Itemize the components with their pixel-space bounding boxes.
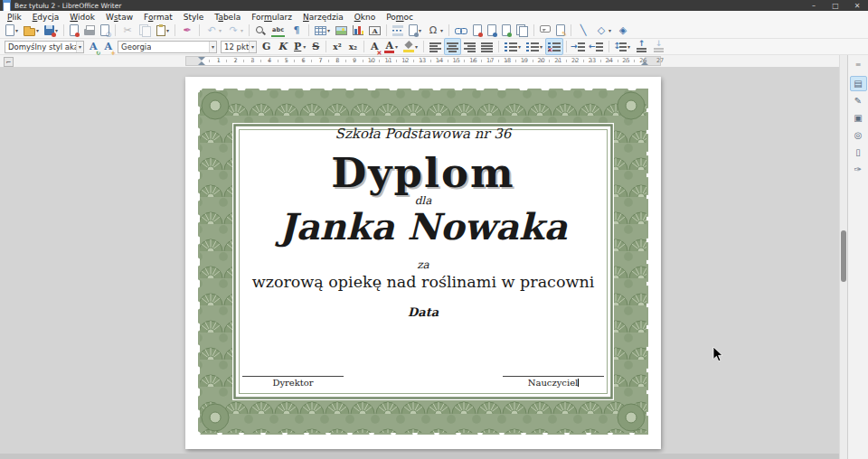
font-color-button[interactable]: A▾	[382, 38, 401, 55]
chevron-down-icon[interactable]: ▾	[627, 44, 630, 50]
italic-button[interactable]: K	[275, 38, 291, 55]
first-line-indent-marker[interactable]	[198, 57, 205, 61]
sidebar-settings-button[interactable]: ≡	[850, 57, 867, 72]
formatting-marks-button[interactable]: ¶	[288, 22, 306, 39]
strikethrough-button[interactable]: S	[308, 38, 323, 55]
chevron-down-icon[interactable]: ▾	[303, 44, 306, 50]
clone-formatting-button[interactable]: ✒	[178, 22, 196, 39]
highlight-color-button[interactable]: ▾	[401, 38, 420, 55]
menu-tabela[interactable]: Tabela	[209, 13, 246, 22]
chevron-down-icon[interactable]: ▾	[415, 44, 418, 50]
vertical-scrollbar[interactable]	[839, 55, 847, 459]
menu-style[interactable]: Style	[178, 13, 210, 22]
chevron-down-icon[interactable]: ▾	[518, 44, 521, 50]
sidebar-page-button[interactable]: ▯	[850, 145, 867, 160]
justify-button[interactable]	[478, 38, 495, 55]
no-list-button[interactable]	[545, 38, 563, 55]
decrease-indent-button[interactable]	[588, 38, 606, 55]
paste-button[interactable]: ▾	[154, 22, 172, 39]
chevron-down-icon[interactable]: ▾	[249, 42, 256, 52]
sidebar-properties-button[interactable]: ▤	[850, 76, 867, 91]
chevron-down-icon[interactable]: ▾	[166, 28, 169, 33]
align-left-button[interactable]	[427, 38, 444, 55]
insert-footnote-button[interactable]	[470, 22, 485, 39]
insert-field-button[interactable]: ▾	[406, 22, 424, 39]
bullet-list-button[interactable]: ▾	[502, 38, 524, 55]
minimize-button[interactable]: –	[803, 0, 825, 11]
maximize-button[interactable]: □	[825, 0, 846, 11]
line-spacing-button[interactable]: ▾	[612, 38, 633, 55]
font-size-combobox[interactable]: 12 pkt▾	[221, 41, 257, 53]
subscript-button[interactable]: x₂	[345, 38, 361, 55]
underline-button[interactable]: P▾	[290, 38, 308, 55]
insert-hyperlink-button[interactable]	[452, 22, 470, 39]
menu-okno[interactable]: Okno	[349, 13, 382, 22]
increase-indent-button[interactable]	[570, 38, 588, 55]
menu-pomoc[interactable]: Pomoc	[381, 13, 419, 22]
show-draw-functions-button[interactable]: ◈	[614, 22, 632, 39]
sidebar-gallery-button[interactable]: ▣	[850, 110, 867, 126]
menu-formularz[interactable]: Formularz	[246, 13, 297, 22]
basic-shapes-button[interactable]: ◇▾	[592, 22, 614, 39]
new-style-button[interactable]: A+	[101, 38, 117, 55]
chevron-down-icon[interactable]: ▾	[395, 44, 398, 50]
chevron-down-icon[interactable]: ▾	[219, 28, 222, 33]
track-changes-button[interactable]: ✎	[553, 22, 568, 39]
clear-formatting-button[interactable]: A✕	[367, 38, 382, 55]
menu-edycja[interactable]: Edycja	[27, 13, 65, 22]
scrollbar-thumb[interactable]	[841, 230, 846, 282]
close-button[interactable]: ✕	[846, 0, 868, 11]
update-style-button[interactable]: A↻	[86, 38, 101, 55]
new-document-button[interactable]: ▾	[3, 22, 21, 39]
chevron-down-icon[interactable]: ▾	[609, 28, 611, 33]
sidebar-styles-button[interactable]: ✎	[850, 93, 867, 108]
insert-endnote-button[interactable]	[485, 22, 499, 39]
chevron-down-icon[interactable]: ▾	[15, 28, 18, 33]
insert-cross-reference-button[interactable]	[514, 22, 531, 39]
export-pdf-button[interactable]	[67, 22, 81, 39]
align-center-button[interactable]	[444, 38, 461, 55]
menu-widok[interactable]: Widok	[64, 13, 100, 22]
chevron-down-icon[interactable]: ▾	[540, 44, 542, 50]
find-replace-button[interactable]	[252, 22, 269, 39]
print-preview-button[interactable]: ○	[98, 22, 112, 39]
left-indent-marker[interactable]	[198, 61, 205, 65]
insert-line-button[interactable]: ╲	[574, 22, 592, 39]
open-file-button[interactable]: ▾	[21, 22, 42, 39]
sidebar-navigator-button[interactable]: ◎	[850, 127, 867, 143]
insert-table-button[interactable]: ▾	[312, 22, 333, 39]
insert-chart-button[interactable]	[350, 22, 366, 39]
insert-comment-button[interactable]	[537, 22, 553, 39]
chevron-down-icon[interactable]: ▾	[55, 28, 58, 33]
chevron-down-icon[interactable]: ▾	[440, 28, 443, 33]
menu-narzdzia[interactable]: Narzędzia	[297, 13, 349, 22]
insert-special-char-button[interactable]: Ω▾	[424, 22, 446, 39]
chevron-down-icon[interactable]: ▾	[241, 28, 243, 33]
align-right-button[interactable]	[461, 38, 478, 55]
menu-plik[interactable]: Plik	[2, 13, 27, 22]
menu-wstaw[interactable]: Wstaw	[100, 13, 138, 22]
tab-stop-selector[interactable]: ⌐	[4, 57, 14, 67]
chevron-down-icon[interactable]: ▾	[36, 28, 39, 33]
save-button[interactable]: ▾	[42, 22, 61, 39]
horizontal-ruler[interactable]: 1234567891011121314151617181920212223242…	[185, 56, 661, 66]
insert-bookmark-button[interactable]	[499, 22, 514, 39]
chevron-down-icon[interactable]: ▾	[209, 42, 216, 52]
print-button[interactable]	[81, 22, 98, 39]
chevron-down-icon[interactable]: ▾	[76, 42, 83, 52]
chevron-down-icon[interactable]: ▾	[419, 28, 421, 33]
chevron-down-icon[interactable]: ▾	[327, 28, 330, 33]
superscript-button[interactable]: x²	[329, 38, 344, 55]
document-page[interactable]: Szkoła Podstawowa nr 36 Dyplom dla Janka…	[185, 77, 661, 449]
insert-page-break-button[interactable]	[390, 22, 406, 39]
insert-image-button[interactable]	[333, 22, 350, 39]
increase-paragraph-spacing-button[interactable]	[633, 38, 650, 55]
paragraph-style-combobox[interactable]: Domyślny styl akapitu▾	[5, 41, 84, 53]
sidebar-style-inspector-button[interactable]: ✑	[850, 162, 867, 177]
bold-button[interactable]: G	[259, 38, 274, 55]
spelling-button[interactable]: abc	[269, 22, 288, 39]
numbered-list-button[interactable]: ▾	[524, 38, 545, 55]
insert-textbox-button[interactable]: A	[366, 22, 383, 39]
menu-format[interactable]: Format	[138, 13, 178, 22]
font-name-combobox[interactable]: Georgia▾	[118, 41, 217, 53]
